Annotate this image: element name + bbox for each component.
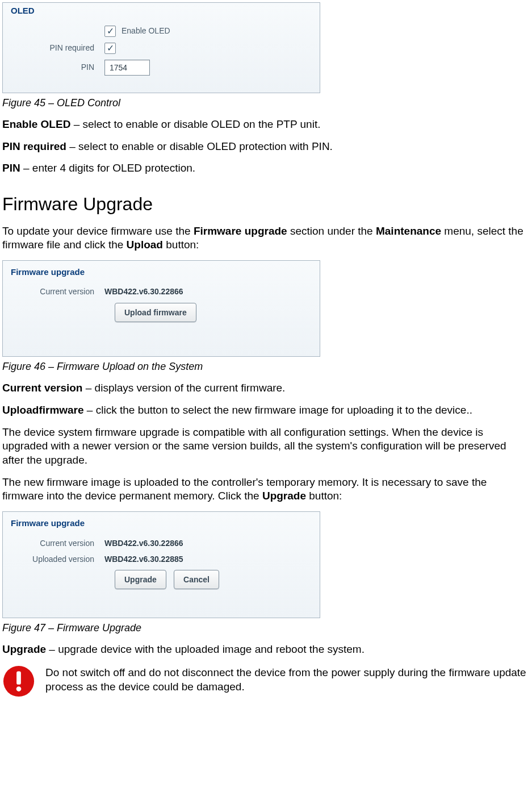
firmware-upgrade-heading: Firmware Upgrade (2, 193, 530, 216)
firmware-upload-title: Firmware upgrade (11, 266, 312, 278)
upload-firmware-button[interactable]: Upload firmware (115, 303, 196, 322)
svg-point-2 (16, 686, 22, 691)
firmware-upgrade-panel: Firmware upgrade Current version WBD422.… (2, 511, 320, 618)
oled-panel: OLED ✓ Enable OLED PIN required ✓ PIN (2, 2, 320, 93)
upgrade-button[interactable]: Upgrade (115, 570, 166, 589)
checkmark-icon: ✓ (107, 44, 114, 53)
warning-icon (2, 665, 35, 698)
upgrade-desc: Upgrade – upgrade device with the upload… (2, 643, 530, 657)
upload-firmware-desc: Uploadfirmware – click the button to sel… (2, 403, 530, 418)
pin-input[interactable] (104, 60, 150, 76)
pin-label: PIN (11, 62, 104, 72)
current-version-row-2: Current version WBD422.v6.30.22866 (11, 538, 312, 548)
figure-45-caption: Figure 45 – OLED Control (2, 97, 530, 110)
uploaded-version-value: WBD422.v6.30.22885 (104, 554, 183, 564)
pin-required-desc: PIN required – select to enable or disab… (2, 140, 530, 154)
cancel-button[interactable]: Cancel (174, 570, 219, 589)
oled-panel-title: OLED (11, 5, 312, 16)
pin-row: PIN (11, 60, 312, 76)
enable-oled-desc: Enable OLED – select to enable or disabl… (2, 118, 530, 132)
uploaded-version-label: Uploaded version (11, 554, 104, 564)
current-version-value-2: WBD422.v6.30.22866 (104, 538, 183, 548)
uploaded-version-row: Uploaded version WBD422.v6.30.22885 (11, 554, 312, 564)
figure-47-caption: Figure 47 – Firmware Upgrade (2, 622, 530, 635)
firmware-upload-panel: Firmware upgrade Current version WBD422.… (2, 260, 320, 357)
enable-oled-checkbox[interactable]: ✓ (104, 26, 116, 37)
enable-oled-row: ✓ Enable OLED (11, 26, 312, 37)
firmware-upgrade-title: Firmware upgrade (11, 518, 312, 529)
warning-text: Do not switch off and do not disconnect … (45, 665, 530, 694)
firmware-intro: To update your device firmware use the F… (2, 224, 530, 252)
pin-desc: PIN – enter 4 digits for OLED protection… (2, 161, 530, 176)
current-version-row: Current version WBD422.v6.30.22866 (11, 286, 312, 297)
current-version-value: WBD422.v6.30.22866 (104, 286, 183, 297)
warning-row: Do not switch off and do not disconnect … (2, 665, 530, 698)
enable-oled-label: Enable OLED (122, 26, 170, 36)
current-version-label: Current version (11, 286, 104, 297)
pin-required-row: PIN required ✓ (11, 43, 312, 54)
pin-required-checkbox[interactable]: ✓ (104, 43, 116, 54)
figure-46-caption: Figure 46 – Firmware Upload on the Syste… (2, 360, 530, 373)
current-version-desc: Current version – displays version of th… (2, 381, 530, 395)
pin-required-label: PIN required (11, 43, 104, 53)
compat-desc: The device system firmware upgrade is co… (2, 426, 530, 468)
svg-rect-1 (16, 672, 21, 685)
newimg-desc: The new firmware image is uploaded to th… (2, 476, 530, 503)
current-version-label-2: Current version (11, 538, 104, 548)
checkmark-icon: ✓ (107, 27, 114, 36)
